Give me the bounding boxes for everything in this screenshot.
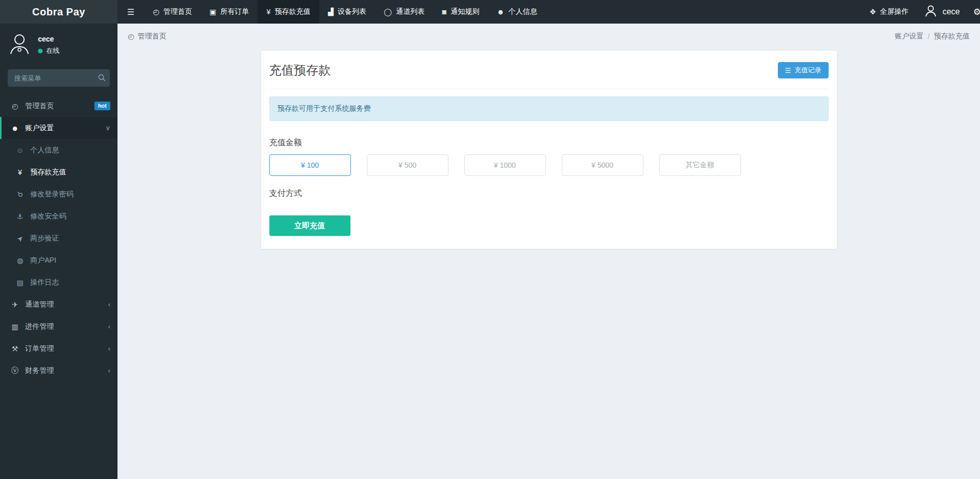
sidebar-item-personal-info[interactable]: ☺ 个人信息 <box>0 139 117 161</box>
yen-icon: ¥ <box>15 168 25 176</box>
top-nav: ☰ ◴ 管理首页 ▣ 所有订单 ¥ 预存款充值 ▟ 设备列表 ◯ 通道列表 <box>117 0 980 24</box>
nav-item-label: 预存款充值 <box>275 7 310 16</box>
avatar-icon <box>8 32 31 58</box>
amount-option-custom[interactable]: 其它金额 <box>659 154 741 176</box>
nav-item-label: 通道列表 <box>396 7 425 16</box>
gavel-icon: ⚒ <box>10 345 19 353</box>
sidebar-item-label: 通道管理 <box>25 300 54 309</box>
sidebar-item-label: 预存款充值 <box>30 168 66 177</box>
content-header: ◴ 管理首页 账户设置 / 预存款充值 <box>117 24 980 45</box>
sidebar-item-order-management[interactable]: ⚒ 订单管理 ‹ <box>0 337 117 360</box>
nav-item-channel-list[interactable]: ◯ 通道列表 <box>375 0 434 24</box>
sidebar-item-label: 商户API <box>30 256 56 265</box>
list-icon: ☰ <box>785 67 791 74</box>
gear-icon: ⚙ <box>973 7 980 17</box>
nav-item-label: 通知规则 <box>450 7 479 16</box>
chevron-down-icon: ∨ <box>105 124 110 132</box>
sidebar-item-change-password[interactable]: ⚲ 修改登录密码 <box>0 183 117 205</box>
notification-icon: ◙ <box>442 8 446 16</box>
log-file-icon: ▤ <box>15 278 25 287</box>
user-circle-icon: ☺ <box>15 146 25 154</box>
content-area: ◴ 管理首页 账户设置 / 预存款充值 充值预存款 ☰ 充值记录 预存 <box>117 24 980 479</box>
key-icon: ⚲ <box>14 188 26 200</box>
sidebar-user-status[interactable]: 在线 <box>38 46 60 55</box>
info-alert: 预存款可用于支付系统服务费 <box>269 96 829 121</box>
avatar-icon <box>924 4 937 19</box>
user-icon: ☻ <box>497 8 504 16</box>
nav-item-notify-rules[interactable]: ◙ 通知规则 <box>434 0 488 24</box>
fullscreen-icon: ✥ <box>870 8 876 16</box>
recharge-now-button[interactable]: 立即充值 <box>269 215 350 236</box>
anchor-icon: ⚓ <box>15 212 25 221</box>
sidebar-item-label: 两步验证 <box>30 234 59 243</box>
sidebar-item-label: 财务管理 <box>25 366 54 375</box>
recharge-card: 充值预存款 ☰ 充值记录 预存款可用于支付系统服务费 充值金额 ¥ 100 ¥ … <box>261 50 837 249</box>
breadcrumb-trail: 账户设置 / 预存款充值 <box>895 32 970 41</box>
sidebar-item-dashboard[interactable]: ◴ 管理首页 hot <box>0 95 117 117</box>
nav-item-label: 所有订单 <box>220 7 249 16</box>
dashboard-icon: ◴ <box>153 8 159 16</box>
topbar-user-menu[interactable]: cece <box>916 4 968 19</box>
breadcrumb-home: 管理首页 <box>138 32 166 41</box>
amount-option-5000[interactable]: ¥ 5000 <box>562 154 643 176</box>
vk-icon: Ⓥ <box>10 366 19 375</box>
search-icon[interactable] <box>98 74 106 84</box>
recharge-history-label: 充值记录 <box>795 66 821 75</box>
sidebar-user-panel: cece 在线 <box>0 24 117 65</box>
sidebar-item-merchant-api[interactable]: ◍ 商户API <box>0 249 117 271</box>
rocket-icon: ➤ <box>14 232 26 244</box>
sidebar-item-account-settings[interactable]: ☻ 账户设置 ∨ <box>0 117 117 139</box>
sidebar-item-change-security-code[interactable]: ⚓ 修改安全码 <box>0 205 117 227</box>
page-title: 充值预存款 <box>269 62 331 78</box>
dashboard-icon: ◴ <box>128 32 134 41</box>
top-nav-right: ✥ 全屏操作 cece ⚙ <box>863 0 980 24</box>
sidebar-toggle-button[interactable]: ☰ <box>117 0 144 24</box>
sidebar-search <box>8 69 110 87</box>
hot-badge: hot <box>94 102 110 110</box>
amount-option-1000[interactable]: ¥ 1000 <box>464 154 546 176</box>
sidebar: cece 在线 ◴ <box>0 24 117 479</box>
hamburger-icon: ☰ <box>127 7 134 17</box>
amount-section-label: 充值金额 <box>269 137 829 148</box>
topbar-username: cece <box>943 7 960 16</box>
breadcrumb-separator: / <box>928 32 930 41</box>
recharge-history-button[interactable]: ☰ 充值记录 <box>778 62 829 78</box>
sidebar-item-onboarding-management[interactable]: ▥ 进件管理 ‹ <box>0 315 117 337</box>
card-header: 充值预存款 ☰ 充值记录 <box>269 59 829 89</box>
breadcrumb: ◴ 管理首页 <box>128 32 166 41</box>
nav-item-dashboard[interactable]: ◴ 管理首页 <box>144 0 201 24</box>
address-book-icon: ▥ <box>10 323 19 331</box>
nav-item-label: 设备列表 <box>338 7 366 16</box>
nav-item-profile[interactable]: ☻ 个人信息 <box>488 0 546 24</box>
payment-section-label: 支付方式 <box>269 188 829 199</box>
fullscreen-button[interactable]: ✥ 全屏操作 <box>863 7 916 16</box>
nav-item-label: 个人信息 <box>508 7 537 16</box>
api-icon: ◍ <box>15 256 25 265</box>
nav-item-all-orders[interactable]: ▣ 所有订单 <box>201 0 258 24</box>
chevron-left-icon: ‹ <box>108 323 110 330</box>
sidebar-item-finance-management[interactable]: Ⓥ 财务管理 ‹ <box>0 360 117 382</box>
dashboard-icon: ◴ <box>10 102 19 110</box>
sidebar-item-operation-log[interactable]: ▤ 操作日志 <box>0 271 117 293</box>
sidebar-item-label: 操作日志 <box>30 278 59 287</box>
menu-search-input[interactable] <box>8 69 110 87</box>
sidebar-item-label: 订单管理 <box>25 344 54 353</box>
sidebar-item-deposit-recharge[interactable]: ¥ 预存款充值 <box>0 161 117 183</box>
fullscreen-label: 全屏操作 <box>880 7 909 16</box>
amount-option-100[interactable]: ¥ 100 <box>269 154 351 176</box>
sidebar-item-two-step-verify[interactable]: ➤ 两步验证 <box>0 227 117 249</box>
sidebar-item-label: 账户设置 <box>25 124 54 133</box>
sidebar-item-channel-management[interactable]: ✈ 通道管理 ‹ <box>0 293 117 315</box>
nav-item-device-list[interactable]: ▟ 设备列表 <box>319 0 375 24</box>
breadcrumb-account-settings[interactable]: 账户设置 <box>895 32 924 41</box>
settings-button[interactable]: ⚙ <box>968 7 980 17</box>
sidebar-item-label: 修改安全码 <box>30 212 66 221</box>
amount-option-500[interactable]: ¥ 500 <box>367 154 448 176</box>
chevron-left-icon: ‹ <box>108 345 110 352</box>
app-logo[interactable]: Cobra Pay <box>0 0 117 24</box>
chevron-left-icon: ‹ <box>108 367 110 374</box>
sidebar-username: cece <box>38 35 60 43</box>
sidebar-item-label: 个人信息 <box>30 146 59 155</box>
online-status-dot <box>38 49 43 53</box>
nav-item-deposit-recharge[interactable]: ¥ 预存款充值 <box>258 0 319 24</box>
